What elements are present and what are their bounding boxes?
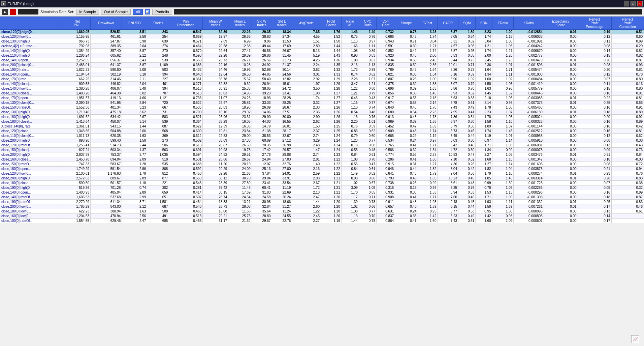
table-row[interactable]: e(close,4[2] > 0, rate...792.98389.352.0… [0,44,644,49]
table-row[interactable]: close,180[0],close[...1,413.64450.073.14… [0,119,644,124]
table-row[interactable]: close,130[0],high[0...966.73247.873.9063… [0,39,644,44]
col-strategy [0,17,64,30]
col-eratio: ERatio [492,17,514,30]
table-row[interactable]: close,170[0],rate...662.25314.462.112270… [0,77,644,82]
all-button[interactable]: All [133,9,143,15]
col-expectancy: ExpectancyScore [544,17,578,30]
portfolio-icon: 📊 [145,9,150,15]
table-row[interactable]: close,170[0],open...1,951.57419.134.661,… [0,96,644,100]
table-body: close,120[0],high[0...1,860.05529.513.51… [0,30,644,223]
table-row[interactable]: close,120[0],low[0...1,155.95461.612.502… [0,34,644,39]
table-row[interactable]: close,160[0],low[0...1,204.53470.942.564… [0,214,644,219]
stop-button[interactable] [10,9,16,15]
col-net-pnl: NetPNL [64,17,91,30]
in-sample-button[interactable]: In Sample [76,9,99,15]
col-sharpe: Sharpe [395,17,418,30]
col-win-pct: WinPercentage [169,17,203,30]
portfolio-button[interactable]: Portfolio [152,9,172,15]
out-of-sample-button[interactable]: Out of Sample [101,9,131,15]
table-row[interactable]: close,200[0],high[0...2,572.63889.672.89… [0,176,644,181]
table-row[interactable]: close,120[0],close...1,343.66504.882.665… [0,129,644,134]
play-button[interactable]: ▶ [2,9,8,15]
table-row[interactable]: close,150[0],rateOf...1,552.56481.343.23… [0,105,644,110]
table-row[interactable]: close,110[0],close[0...1,011.73620.351.6… [0,134,644,138]
col-cpc-ratio: CPCRatio [359,17,376,30]
table-row[interactable]: close,180[0],low[0...622.23380.941.63508… [0,209,644,214]
col-corr-coef: CorrCoef [377,17,395,30]
table-row[interactable]: close,120[0],high[0...1,860.05529.513.51… [0,30,644,34]
table-row[interactable]: close,180[0],open...1,749.29591.542.9680… [0,167,644,171]
app-icon: ■ [1,1,6,6]
progress-bar [174,9,642,15]
close-button[interactable]: ✕ [637,1,643,6]
col-sqm: SQM [458,17,476,30]
table-row[interactable]: close,150[0],rateO...747.33583.671.28535… [0,162,644,167]
table-row[interactable]: close,140[0],low[0...1,380.28406.073.403… [0,86,644,91]
chart-icon[interactable]: 📈 [631,335,639,343]
table-row[interactable]: close,140[0],open...1,403.93485.042.8965… [0,190,644,195]
table-row[interactable]: close,150[0],close[...827.24603.341.3756… [0,148,644,152]
title-bar: ■ EURJPY (Long) − □ ✕ [0,0,644,7]
table-row[interactable]: close,180[0],close...590.50501.571.18221… [0,181,644,185]
col-std-w: Std Wtrades [252,17,272,30]
col-pnl-dd: PNL/DD [122,17,147,30]
table-row[interactable]: close,190[0],high[0...519.36701.280.7430… [0,185,644,190]
sim-display [18,9,38,15]
table-row[interactable]: A(close,140[0], rate...1,361.01943.151.4… [0,124,644,129]
table-row[interactable]: close,200[0],high[0...898.90599.401.5027… [0,138,644,143]
col-perf-profit-corr: PerfectProfitCorrelation [611,17,644,30]
restore-button[interactable]: □ [631,1,636,6]
table-row[interactable]: close,200[0],close[0...2,483.01641.373.8… [0,63,644,67]
table-row[interactable]: close,140[0],rateOf...1,605.53537.682.99… [0,195,644,200]
col-ratio-wl: RatioWL [341,17,359,30]
title-bar-text: EURJPY (Long) [7,2,622,6]
table-row[interactable]: close,140[0],open...1,184.84382.193.1039… [0,72,644,77]
table-row[interactable]: close,140[0],open...2,252.65656.373.4353… [0,58,644,63]
play-icon: ▶ [4,10,6,14]
results-table: NetPNL Drawdown PNL/DD Trades WinPercent… [0,17,644,223]
table-row[interactable]: close,170[0],rateOf...1,256.41514.732.44… [0,143,644,148]
table-row[interactable]: close,190[0],rate...1,822.33590.803.0850… [0,67,644,72]
sim-label: Simulation Data Set: [40,10,74,14]
col-std-l: Std Ltrades [272,17,292,30]
table-row[interactable]: close,130[0],high[0...1,719.46475.183.62… [0,110,644,115]
col-drawdown: Drawdown [91,17,122,30]
col-mean-l: Mean Ltrades [228,17,252,30]
col-mean-w: Mean Wtrades [203,17,228,30]
table-row[interactable]: close,200[0],high[0...2,837.89753.373.77… [0,152,644,157]
table-row[interactable]: close,120[0],close[...1,403.20464.383.02… [0,91,644,96]
col-avg-trade: AvgTrade [292,17,321,30]
col-sqn: SQN [476,17,492,30]
table-row[interactable]: close,140[0],close[...909.58446.822.0446… [0,82,644,86]
table-row[interactable]: close,100[0],rateOf...1,554.55629.462.47… [0,219,644,223]
toolbar: ▶ Simulation Data Set: In Sample Out of … [0,7,644,17]
table-row[interactable]: close,200[0],low[0...1,785.29843.002.126… [0,204,644,209]
minimize-button[interactable]: − [624,1,629,6]
table-container[interactable]: NetPNL Drawdown PNL/DD Trades WinPercent… [0,17,644,340]
col-profit-factor: ProfitFactor [321,17,341,30]
table-row[interactable]: close,140[0],high[0...1,384.29357.403.87… [0,49,644,53]
table-row[interactable]: close,130[0],close[0...2,390.18841.952.8… [0,100,644,105]
main-window: ■ EURJPY (Long) − □ ✕ ▶ Simulation Data … [0,0,644,346]
table-header-row: NetPNL Drawdown PNL/DD Trades WinPercent… [0,17,644,30]
table-row[interactable]: close,180[0],high[0...1,691.62634.422.67… [0,115,644,119]
col-t-test: T-Test [418,17,438,30]
table-row[interactable]: close,120[0],low[0...2,100.611,176.631.7… [0,171,644,176]
table-row[interactable]: close,190[0],rateOf...2,270.29611.343.71… [0,200,644,204]
col-perf-profit-pct: PerfectProfitPercentage [578,17,611,30]
table-row[interactable]: close,160[0],close...1,453.78694.042.095… [0,157,644,162]
table-row[interactable]: close,110[0],high[0...1,286.24605.622.12… [0,53,644,58]
col-cagr: CAGR [438,17,458,30]
col-trades: Trades [147,17,169,30]
col-kratio: KRatio [514,17,544,30]
